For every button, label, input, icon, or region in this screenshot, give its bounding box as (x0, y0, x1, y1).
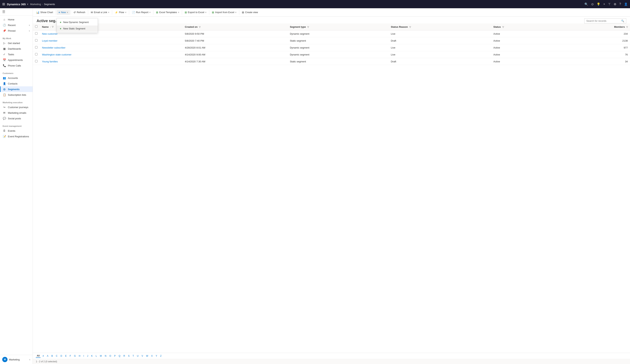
alpha-item-v[interactable]: V (140, 354, 144, 358)
created-on-filter-icon[interactable]: ▽ (199, 26, 200, 28)
excel-templates-caret[interactable]: ∨ (178, 11, 179, 13)
run-report-button[interactable]: 📄 Run Report ∨ (130, 10, 152, 15)
sidebar-item-subscription-lists[interactable]: 📋 Subscription lists (0, 92, 32, 98)
help-icon[interactable]: ? (619, 2, 621, 6)
alpha-item-n[interactable]: N (104, 354, 108, 358)
alpha-item-m[interactable]: M (99, 354, 103, 358)
sidebar-item-customer-journeys[interactable]: ↪ Customer journeys (0, 104, 32, 110)
members-filter-icon[interactable]: ▽ (626, 26, 628, 28)
sidebar-toggle-icon[interactable]: ☰ (2, 10, 5, 14)
settings-circle-icon[interactable]: ⊙ (591, 2, 594, 6)
row-status-reason: Live (389, 51, 491, 58)
alpha-item-b[interactable]: B (50, 354, 54, 358)
row-checkbox[interactable] (35, 32, 38, 35)
sidebar-item-accounts[interactable]: 👥 Accounts (0, 75, 32, 81)
user-expand-icon[interactable]: ∧ (29, 359, 30, 361)
alpha-item-p[interactable]: P (113, 354, 116, 358)
sidebar-pinned-label: Pinned (8, 29, 16, 32)
sidebar-item-get-started[interactable]: ▷ Get started (0, 40, 32, 46)
sidebar-item-pinned[interactable]: 📌 Pinned ∨ (0, 28, 32, 33)
sidebar-item-marketing-emails[interactable]: ✉ Marketing emails (0, 110, 32, 116)
sidebar-item-segments[interactable]: ◎ Segments (0, 86, 32, 92)
new-caret[interactable]: ∨ (67, 11, 68, 13)
row-name-link[interactable]: Washington state customer (42, 53, 72, 56)
export-excel-button[interactable]: ⊞ Export to Excel ∨ (183, 10, 208, 15)
help-bulb-icon[interactable]: 💡 (596, 2, 600, 6)
new-static-segment-item[interactable]: + New Static Segment (57, 25, 98, 32)
sidebar-item-events[interactable]: 🗓 Events (0, 128, 32, 134)
row-name-link[interactable]: New customer (42, 32, 58, 35)
create-view-button[interactable]: ⊞ Create view (240, 10, 260, 15)
alpha-item-y[interactable]: Y (155, 354, 158, 358)
sidebar-item-appointments[interactable]: 📅 Appointments (0, 57, 32, 63)
sidebar-item-recent[interactable]: 🕐 Recent ∨ (0, 22, 32, 28)
run-report-caret[interactable]: ∨ (149, 11, 150, 13)
alpha-item-l[interactable]: L (95, 354, 98, 358)
sidebar-item-event-registrations[interactable]: 📝 Event Registrations (0, 134, 32, 139)
import-excel-caret[interactable]: ∨ (235, 11, 236, 13)
sidebar-item-contacts[interactable]: 👤 Contacts (0, 81, 32, 86)
row-checkbox[interactable] (35, 60, 38, 62)
select-all-checkbox[interactable] (35, 25, 38, 28)
status-reason-filter-icon[interactable]: ▽ (409, 26, 411, 28)
alpha-item-q[interactable]: Q (118, 354, 121, 358)
row-checkbox[interactable] (35, 46, 38, 48)
filter-icon[interactable]: ⊤ (608, 2, 611, 6)
export-excel-caret[interactable]: ∨ (205, 11, 206, 13)
new-button[interactable]: + New ∨ (56, 10, 70, 15)
sidebar-item-social-posts[interactable]: 💬 Social posts (0, 116, 32, 121)
row-checkbox[interactable] (35, 53, 38, 55)
alpha-item-f[interactable]: F (68, 354, 72, 358)
alpha-item-h[interactable]: H (78, 354, 82, 358)
apps-grid-icon[interactable]: ⊞ (2, 2, 5, 6)
segment-type-filter-icon[interactable]: ▽ (307, 26, 309, 28)
brand-chevron[interactable]: ∨ (27, 3, 28, 5)
alpha-item-g[interactable]: G (73, 354, 77, 358)
name-filter-icon[interactable]: ▽ (52, 26, 54, 28)
alpha-item-o[interactable]: O (108, 354, 112, 358)
row-name-link[interactable]: Young families (42, 60, 58, 63)
sidebar-user[interactable]: M Marketing ∧ (0, 355, 32, 364)
user-icon[interactable]: 👤 (624, 2, 628, 6)
show-chart-button[interactable]: 📊 Show Chart (34, 10, 55, 15)
add-icon[interactable]: + (604, 2, 605, 6)
alpha-item-e[interactable]: E (64, 354, 68, 358)
row-checkbox[interactable] (35, 39, 38, 41)
alpha-item-x[interactable]: X (150, 354, 154, 358)
row-name-link[interactable]: Loyal member (42, 39, 58, 42)
sidebar-item-tasks[interactable]: ✓ Tasks (0, 51, 32, 57)
status-filter-icon[interactable]: ▽ (502, 26, 504, 28)
row-name-link[interactable]: Newsletter subscriber (42, 46, 66, 49)
alpha-item-r[interactable]: R (122, 354, 126, 358)
sidebar-item-home[interactable]: ⌂ Home (0, 17, 32, 22)
search-input[interactable] (586, 19, 620, 22)
name-sort-icon[interactable]: ↑ (50, 26, 51, 28)
alpha-item-d[interactable]: D (60, 354, 63, 358)
import-excel-button[interactable]: ⊞ Import from Excel ∨ (210, 10, 238, 15)
gear-icon[interactable]: ⚙ (614, 2, 616, 6)
alpha-item-i[interactable]: I (82, 354, 85, 358)
alpha-item-t[interactable]: T (132, 354, 135, 358)
alpha-item-u[interactable]: U (136, 354, 140, 358)
alpha-item-#[interactable]: # (42, 354, 45, 358)
alpha-item-all[interactable]: All (36, 354, 40, 358)
email-link-button[interactable]: ✉ Email a Link ∨ (89, 10, 112, 15)
flow-button[interactable]: ⚡ Flow ∨ (113, 10, 128, 15)
search-icon[interactable]: 🔍 (584, 2, 588, 6)
sidebar-item-dashboards[interactable]: ▦ Dashboards (0, 46, 32, 51)
flow-caret[interactable]: ∨ (125, 11, 126, 13)
alpha-item-k[interactable]: K (90, 354, 94, 358)
alpha-item-w[interactable]: W (145, 354, 149, 358)
refresh-button[interactable]: ↺ Refresh (72, 10, 87, 15)
excel-templates-button[interactable]: ⊞ Excel Templates ∨ (154, 10, 181, 15)
alpha-item-a[interactable]: A (46, 354, 49, 358)
alpha-item-z[interactable]: Z (159, 354, 162, 358)
alpha-item-s[interactable]: S (127, 354, 130, 358)
new-dynamic-segment-item[interactable]: + New Dynamic Segment (57, 19, 98, 25)
email-link-caret[interactable]: ∨ (108, 11, 109, 13)
row-check (33, 37, 40, 44)
breadcrumb-module[interactable]: Marketing (30, 3, 41, 5)
alpha-item-c[interactable]: C (55, 354, 58, 358)
alpha-item-j[interactable]: J (86, 354, 89, 358)
sidebar-item-phone-calls[interactable]: 📞 Phone Calls (0, 63, 32, 68)
